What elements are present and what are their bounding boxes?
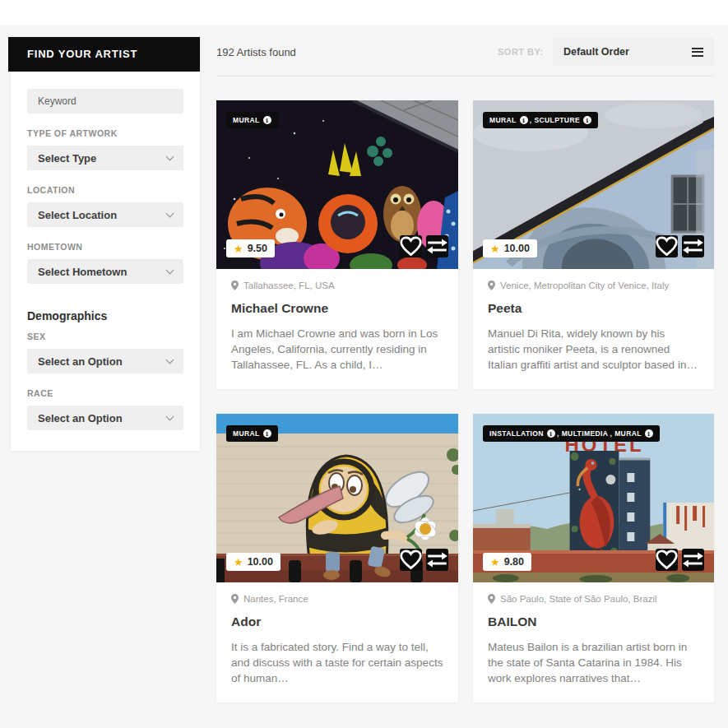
artist-artwork-image[interactable]: MURALi,SCULPTUREi ★ 10.00 [473, 100, 714, 269]
filter-sidebar: FIND YOUR ARTIST TYPE OF ARTWORK Select … [11, 37, 200, 451]
card-actions [400, 549, 448, 571]
location-text: Nantes, France [243, 594, 308, 604]
artist-card: MURALi ★ 9.50 [216, 100, 458, 389]
type-select[interactable]: Select Type [27, 146, 183, 170]
sort-by-label: SORT BY: [498, 47, 545, 57]
artist-name[interactable]: Michael Crowne [231, 301, 443, 316]
card-actions [400, 235, 448, 257]
favorite-button[interactable] [656, 549, 678, 571]
card-actions [656, 235, 704, 257]
race-select[interactable]: Select an Option [27, 406, 183, 430]
artist-artwork-image[interactable]: MURALi ★ 9.50 [216, 100, 458, 269]
artwork-type-badge[interactable]: INSTALLATIONi,MULTIMEDIA,MURALi [483, 425, 660, 442]
favorite-button[interactable] [656, 235, 678, 257]
heart-icon [400, 549, 422, 571]
artist-artwork-image[interactable]: HOTEL [473, 414, 714, 582]
star-icon: ★ [234, 243, 243, 254]
card-info: Nantes, France Ador It is a fabricated s… [216, 582, 458, 702]
location-text: São Paulo, State of São Paulo, Brazil [500, 594, 657, 604]
artwork-type-badge[interactable]: MURALi,SCULPTUREi [483, 112, 598, 128]
filter-label-race: RACE [27, 388, 183, 398]
artist-name[interactable]: BAILON [488, 614, 699, 629]
artist-description: I am Michael Crowne and was born in Los … [231, 326, 443, 373]
artwork-type-badge[interactable]: MURALi [226, 112, 278, 128]
toolbar-divider [216, 76, 714, 77]
artist-directory-page: FIND YOUR ARTIST TYPE OF ARTWORK Select … [0, 0, 728, 728]
heart-icon [656, 549, 678, 571]
compare-button[interactable] [426, 549, 448, 571]
info-icon[interactable]: i [520, 116, 528, 124]
map-pin-icon [488, 594, 495, 604]
filter-label-type: TYPE OF ARTWORK [27, 128, 183, 138]
tag-separator: , [557, 429, 559, 438]
artist-description: Mateus Bailon is a brazilian artist born… [488, 639, 699, 686]
info-icon[interactable]: i [547, 429, 555, 438]
hometown-select-value: Select Hometown [38, 266, 127, 278]
info-icon[interactable]: i [263, 429, 271, 438]
tag-label: MURAL [233, 116, 260, 124]
artist-description: Manuel Di Rita, widely known by his arti… [488, 326, 699, 373]
hometown-select[interactable]: Select Hometown [27, 259, 183, 284]
location-row: Venice, Metropolitan City of Venice, Ita… [488, 281, 699, 290]
compare-arrows-icon [426, 235, 448, 257]
rating-badge: ★ 10.00 [483, 239, 537, 257]
star-icon: ★ [234, 557, 243, 568]
info-icon[interactable]: i [645, 429, 653, 438]
star-icon: ★ [490, 243, 500, 254]
compare-button[interactable] [426, 235, 448, 257]
tag-label: MURAL [614, 429, 642, 438]
rating-badge: ★ 9.80 [483, 553, 531, 571]
tag-separator: , [610, 429, 612, 438]
compare-arrows-icon [682, 235, 704, 257]
map-pin-icon [231, 281, 239, 290]
map-pin-icon [231, 594, 239, 604]
location-row: São Paulo, State of São Paulo, Brazil [488, 594, 699, 604]
location-row: Nantes, France [231, 594, 443, 604]
heart-icon [656, 235, 678, 257]
type-select-value: Select Type [38, 152, 96, 165]
sex-select[interactable]: Select an Option [27, 349, 183, 373]
tag-label: MURAL [233, 429, 260, 438]
rating-value: 10.00 [504, 243, 530, 254]
info-icon[interactable]: i [263, 116, 271, 124]
favorite-button[interactable] [400, 549, 422, 571]
card-actions [656, 549, 704, 571]
results-count: 192 Artists found [216, 46, 296, 58]
compare-button[interactable] [682, 235, 704, 257]
location-text: Venice, Metropolitan City of Venice, Ita… [500, 281, 669, 290]
sidebar-title: FIND YOUR ARTIST [8, 37, 200, 72]
chevron-down-icon [166, 210, 174, 218]
artist-artwork-image[interactable]: MURALi ★ 10.00 [216, 414, 458, 582]
info-icon[interactable]: i [583, 116, 591, 124]
filter-label-location: LOCATION [27, 185, 183, 195]
rating-value: 10.00 [248, 556, 273, 568]
map-pin-icon [488, 281, 495, 290]
compare-button[interactable] [682, 549, 704, 571]
filter-label-sex: SEX [27, 332, 183, 341]
filter-label-hometown: HOMETOWN [27, 242, 183, 252]
tag-label: INSTALLATION [489, 429, 544, 438]
location-text: Tallahassee, FL, USA [243, 281, 335, 290]
artist-name[interactable]: Peeta [488, 301, 699, 316]
card-info: Venice, Metropolitan City of Venice, Ita… [473, 269, 714, 389]
location-row: Tallahassee, FL, USA [231, 281, 443, 290]
compare-arrows-icon [682, 549, 704, 571]
location-select[interactable]: Select Location [27, 202, 183, 227]
race-select-value: Select an Option [38, 412, 123, 424]
keyword-input[interactable] [27, 89, 183, 114]
card-info: Tallahassee, FL, USA Michael Crowne I am… [216, 269, 458, 389]
favorite-button[interactable] [400, 235, 422, 257]
artwork-type-badge[interactable]: MURALi [226, 425, 278, 442]
compare-arrows-icon [426, 549, 448, 571]
chevron-down-icon [166, 413, 174, 421]
tag-label: SCULPTURE [534, 116, 580, 124]
sort-order-select[interactable]: Default Order [553, 38, 714, 66]
rating-badge: ★ 9.50 [226, 239, 275, 257]
artist-name[interactable]: Ador [231, 614, 443, 629]
card-info: São Paulo, State of São Paulo, Brazil BA… [473, 582, 714, 702]
rating-badge: ★ 10.00 [226, 553, 281, 571]
artist-card: MURALi,SCULPTUREi ★ 10.00 [473, 100, 714, 389]
chevron-down-icon [166, 356, 174, 364]
artist-card: MURALi ★ 10.00 [216, 414, 458, 702]
location-select-value: Select Location [38, 209, 117, 221]
